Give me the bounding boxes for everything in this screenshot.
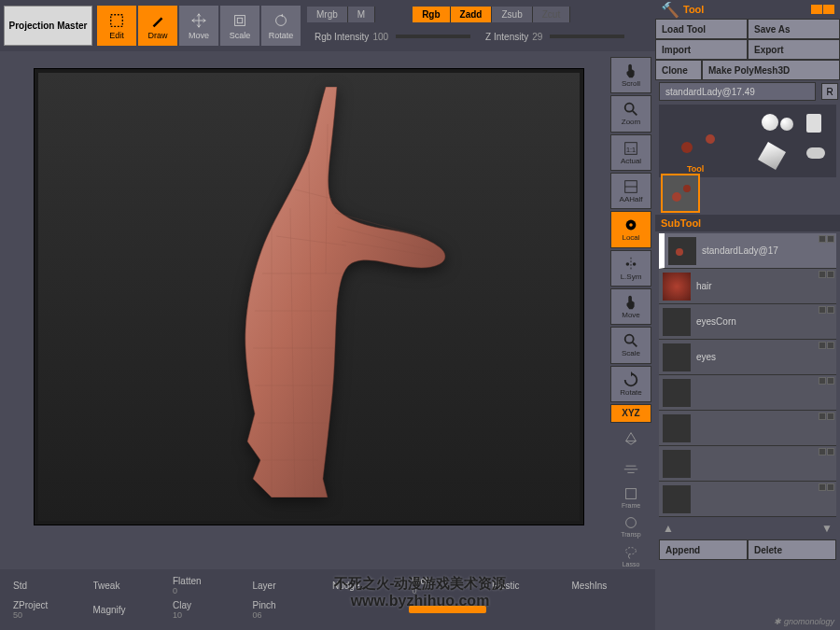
scale-label: Scale — [230, 31, 251, 40]
brush-tweak[interactable]: Tweak — [90, 581, 168, 591]
brush-layer[interactable]: Layer — [249, 581, 328, 591]
subtool-up-button[interactable]: ▲ — [659, 521, 678, 536]
svg-rect-2 — [237, 18, 242, 22]
subtool-item-standardlady[interactable]: standardLady@17 — [659, 233, 836, 269]
lasso-button[interactable]: Lasso — [610, 542, 651, 569]
current-tool-field[interactable]: standardLady@17.49 — [659, 82, 816, 101]
edit-mode-button[interactable]: Edit — [97, 6, 136, 46]
make-polymesh-button[interactable]: Make PolyMesh3D — [702, 60, 840, 80]
subtool-item-hidden[interactable] — [659, 446, 836, 482]
rotate-label: Rotate — [269, 31, 294, 40]
tool-title: Tool — [683, 4, 704, 15]
brush-std[interactable]: Std — [9, 581, 88, 591]
import-button[interactable]: Import — [655, 39, 748, 60]
brush-pinch[interactable]: Pinch06 — [249, 600, 328, 620]
brush-flatten[interactable]: Flatten0 — [169, 576, 247, 595]
red2-tool-icon[interactable] — [706, 134, 715, 144]
brush-nudge[interactable]: Nudge — [329, 581, 407, 591]
move-label: Move — [189, 31, 209, 40]
tool-palette[interactable]: Tool — [659, 105, 836, 177]
sphere2-tool-icon[interactable] — [780, 118, 793, 131]
subtool-item-eyes[interactable]: eyes — [659, 340, 836, 375]
projection-master-button[interactable]: Projection Master — [4, 6, 92, 46]
zcut-button[interactable]: Zcut — [533, 7, 570, 22]
subtool-item-hidden[interactable] — [659, 411, 836, 446]
subtool-item-hidden[interactable] — [659, 375, 836, 411]
append-button[interactable]: Append — [659, 539, 748, 560]
clone-button[interactable]: Clone — [655, 60, 702, 80]
panel-minimize-icon[interactable] — [811, 5, 834, 14]
brush-active[interactable] — [409, 606, 487, 613]
viewport-toolbar: Scroll Zoom 1:1Actual AAHalf Local L.Sym… — [607, 51, 655, 569]
brush-bar: Std Tweak Flatten0 Layer Nudge Blob0 Ela… — [0, 569, 655, 630]
subtool-item-hair[interactable]: hair — [659, 269, 836, 304]
svg-rect-0 — [111, 14, 123, 26]
subtool-item-hidden[interactable] — [659, 482, 836, 517]
brush-blob[interactable]: Blob0 — [409, 576, 487, 595]
export-button[interactable]: Export — [748, 39, 840, 60]
actual-button[interactable]: 1:1Actual — [610, 134, 651, 171]
tool-panel: 🔨 Tool Load ToolSave As ImportExport Clo… — [655, 0, 840, 630]
z-intensity-slider[interactable] — [550, 35, 624, 38]
subtool-down-button[interactable]: ▼ — [818, 521, 836, 536]
draw-icon — [149, 12, 166, 29]
edit-icon — [108, 12, 125, 29]
scale-icon — [231, 12, 248, 29]
brush-meshins[interactable]: MeshIns — [568, 581, 647, 591]
sphere-tool-icon[interactable] — [762, 114, 778, 131]
r-button[interactable]: R — [821, 83, 838, 100]
zsub-button[interactable]: Zsub — [492, 7, 532, 22]
svg-line-16 — [633, 343, 637, 347]
move-mode-button[interactable]: Move — [179, 6, 218, 46]
floor-button[interactable] — [610, 454, 651, 481]
brush-tool-icon[interactable] — [758, 142, 786, 170]
rotate-view-button[interactable]: Rotate — [610, 366, 651, 402]
subtool-thumb — [668, 237, 696, 265]
brush-clay[interactable]: Clay10 — [169, 600, 247, 620]
brush-magnify[interactable]: Magnify — [90, 605, 168, 615]
subtool-list: standardLady@17 hair eyesCorn eyes — [659, 233, 836, 517]
rgb-button[interactable]: Rgb — [413, 7, 450, 22]
persp-button[interactable] — [610, 425, 651, 452]
transp-button[interactable]: Transp — [610, 512, 651, 539]
save-as-button[interactable]: Save As — [748, 19, 840, 39]
rgb-intensity-slider[interactable] — [396, 35, 470, 38]
brush-zproject[interactable]: ZProject50 — [9, 600, 88, 620]
svg-point-4 — [625, 104, 634, 112]
rgb-intensity-label: Rgb Intensity — [315, 32, 369, 42]
subtool-thumb — [663, 308, 691, 336]
local-button[interactable]: Local — [610, 211, 651, 247]
viewport-canvas[interactable] — [38, 73, 580, 521]
frame-button[interactable]: Frame — [610, 483, 651, 511]
aahalf-button[interactable]: AAHalf — [610, 173, 651, 209]
delete-button[interactable]: Delete — [748, 539, 836, 560]
zadd-button[interactable]: Zadd — [451, 7, 493, 22]
load-tool-button[interactable]: Load Tool — [655, 19, 748, 39]
move-icon — [190, 12, 207, 29]
rotate-mode-button[interactable]: Rotate — [261, 6, 301, 46]
svg-point-15 — [625, 335, 634, 343]
subtool-header[interactable]: SubTool — [655, 215, 840, 231]
viewport[interactable] — [34, 68, 584, 525]
subtool-item-eyescorn[interactable]: eyesCorn — [659, 304, 836, 340]
move-view-button[interactable]: Move — [610, 288, 651, 325]
scroll-button[interactable]: Scroll — [610, 57, 651, 93]
cylinder-tool-icon[interactable] — [806, 147, 825, 159]
brush-elastic[interactable]: Elastic — [488, 581, 567, 591]
svg-point-19 — [626, 547, 637, 553]
draw-mode-button[interactable]: Draw — [138, 6, 177, 46]
tool-panel-header: 🔨 Tool — [655, 0, 840, 19]
doc-tool-icon[interactable] — [806, 114, 821, 133]
m-button[interactable]: M — [348, 7, 375, 22]
draw-label: Draw — [147, 31, 167, 40]
mrgb-button[interactable]: Mrgb — [307, 7, 348, 22]
zoom-button[interactable]: Zoom — [610, 95, 651, 132]
lsym-button[interactable]: L.Sym — [610, 250, 651, 287]
red-tool-icon[interactable] — [681, 142, 693, 153]
selected-tool-thumb[interactable] — [661, 174, 700, 213]
xyz-button[interactable]: XYZ — [610, 404, 651, 423]
scale-mode-button[interactable]: Scale — [220, 6, 259, 46]
svg-text:1:1: 1:1 — [626, 145, 636, 153]
scale-view-button[interactable]: Scale — [610, 327, 651, 363]
svg-point-11 — [629, 224, 633, 228]
